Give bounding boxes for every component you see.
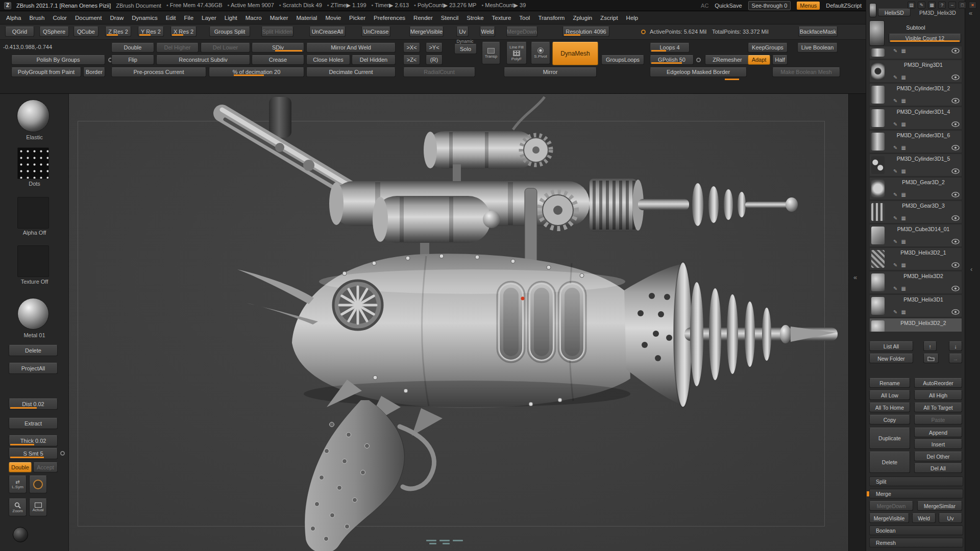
zremesher-button[interactable]: ZRemesher [705, 55, 750, 65]
loops-slider[interactable]: Loops 4 [650, 43, 690, 53]
brush-thumbnail[interactable] [17, 99, 50, 132]
z-res-slider[interactable]: Z Res 2 [105, 27, 131, 37]
del-hidden-button[interactable]: Del Hidden [352, 55, 396, 65]
local-symmetry-button[interactable]: ⇄ L.Sym [9, 475, 27, 493]
eye-icon[interactable] [951, 286, 960, 291]
menu-item[interactable]: Preferences [370, 15, 409, 21]
subtool-item[interactable]: PM3D_Cylinder3D1_2 ✎ ▦ [869, 83, 962, 106]
subtool-thumbnail[interactable] [871, 320, 885, 332]
eye-icon[interactable] [951, 121, 960, 127]
subtool-item[interactable]: PM3D_Helix3D2_2 ✎ ▦ [869, 318, 962, 332]
visible-count-slider[interactable]: Visible Count 12 [889, 34, 961, 43]
menu-item[interactable]: Texture [488, 15, 516, 21]
resolution-radio[interactable] [641, 30, 646, 34]
menu-item[interactable]: Document [71, 15, 106, 21]
zoom-button[interactable]: Zoom [9, 498, 27, 516]
thick-slider[interactable]: Thick 0.02 [9, 435, 58, 446]
keep-groups-button[interactable]: KeepGroups [748, 43, 788, 53]
subtool-thumbnail[interactable] [871, 48, 885, 57]
stroke-thumbnail[interactable] [17, 147, 49, 179]
preprocess-current-button[interactable]: Pre-process Current [111, 67, 206, 77]
canvas-scroll-handle[interactable] [439, 540, 450, 541]
subtool-thumbnail[interactable] [871, 133, 885, 151]
subtool-item[interactable]: PM3D_Cylinder3D1_6 ✎ ▦ [869, 130, 962, 153]
uncrease-button[interactable]: UnCrease [361, 27, 390, 37]
uv-button[interactable]: Uv [456, 27, 469, 37]
eye-icon[interactable] [951, 262, 960, 268]
remesh-section[interactable]: Remesh [869, 538, 963, 547]
project-all-button[interactable]: ProjectAll [9, 363, 58, 374]
double-button[interactable]: Double [111, 43, 154, 53]
subtool-thumbnail[interactable] [871, 227, 885, 244]
polypaint-icon[interactable]: ✎ [893, 192, 897, 197]
groups-split-button[interactable]: Groups Split [209, 27, 250, 37]
quicksave-button[interactable]: QuickSave [715, 3, 742, 9]
crease-button[interactable]: Crease [252, 55, 304, 65]
groups-loops-button[interactable]: GroupsLoops [601, 55, 644, 65]
uv-icon[interactable]: ▦ [901, 262, 905, 268]
menu-item[interactable]: Draw [106, 15, 128, 21]
uv-icon[interactable]: ▦ [901, 98, 905, 104]
polypaint-icon[interactable]: ✎ [893, 309, 897, 315]
move-down-button[interactable]: ↓ [949, 341, 962, 351]
panel-scroll-arrow[interactable]: ‹ [970, 265, 972, 273]
dist-slider[interactable]: Dist 0.02 [9, 398, 58, 410]
menu-item[interactable]: Dynamics [128, 15, 161, 21]
menu-item[interactable]: Help [622, 15, 643, 21]
merge-similar-button[interactable]: MergeSimilar [917, 501, 962, 511]
minimize-button[interactable]: – [948, 2, 956, 9]
subtool-item[interactable]: PM3D_Cube3D14_01 ✎ ▦ [869, 224, 962, 247]
menus-toggle[interactable]: Menus [797, 2, 820, 10]
mirror-and-weld-button[interactable]: Mirror And Weld [306, 43, 396, 53]
gpolish-radio[interactable] [696, 58, 701, 62]
qcube-button[interactable]: QCube [74, 27, 99, 37]
eye-icon[interactable] [951, 98, 960, 104]
linefill-button[interactable]: Line Fill PolyF [506, 42, 527, 64]
split-section[interactable]: Split [869, 477, 963, 486]
gpolish-slider[interactable]: GPolish 50 [650, 55, 694, 65]
subtool-thumbnail[interactable] [871, 273, 885, 291]
folder-icon-button[interactable] [923, 354, 939, 363]
solo-button[interactable]: Solo [454, 44, 477, 54]
close-holes-button[interactable]: Close Holes [306, 55, 350, 65]
canvas-scroll-handle[interactable] [426, 540, 436, 541]
maximize-button[interactable]: □ [959, 2, 966, 9]
del-lower-button[interactable]: Del Lower [201, 43, 250, 53]
subtool-thumbnail[interactable] [871, 156, 885, 174]
menu-item[interactable]: File [180, 15, 198, 21]
auto-reorder-button[interactable]: AutoReorder [914, 378, 962, 388]
see-through-slider[interactable]: See-through 0 [748, 1, 791, 10]
uv-icon[interactable]: ▦ [901, 48, 905, 54]
mirror-y-button[interactable]: >Y< [426, 43, 443, 53]
mirror-z-button[interactable]: >Z< [403, 55, 420, 65]
eye-icon[interactable] [951, 239, 960, 244]
raygun-model[interactable] [69, 94, 848, 551]
adapt-button[interactable]: Adapt [748, 55, 770, 65]
document-canvas[interactable] [69, 94, 848, 551]
x-res-slider[interactable]: X Res 2 [170, 27, 197, 37]
all-high-button[interactable]: All High [914, 390, 962, 400]
all-to-target-button[interactable]: All To Target [914, 403, 962, 412]
live-boolean-button[interactable]: Live Boolean [797, 43, 838, 53]
half-button[interactable]: Half [772, 55, 788, 65]
zbrush-sphere-icon[interactable] [13, 527, 28, 542]
rename-button[interactable]: Rename [869, 378, 910, 388]
menu-item[interactable]: Marker [266, 15, 292, 21]
menu-item[interactable]: Brush [25, 15, 48, 21]
tray-collapse-arrow[interactable]: « [853, 273, 857, 281]
backface-mask-button[interactable]: BackfaceMask [798, 27, 838, 37]
move-up-button[interactable]: ↑ [923, 341, 937, 351]
polypaint-icon[interactable]: ✎ [893, 98, 897, 104]
subtool-item[interactable]: PM3D_Cylinder3D1_5 ✎ ▦ [869, 154, 962, 177]
menu-item[interactable]: Zscript [596, 15, 622, 21]
merge-visible-subtool-button[interactable]: MergeVisible [869, 513, 909, 523]
menu-item[interactable]: Stroke [462, 15, 487, 21]
uv-icon[interactable]: ▦ [901, 121, 905, 127]
menu-item[interactable]: Color [48, 15, 70, 21]
pivot-circle-button[interactable] [29, 475, 47, 493]
mirror-x-button[interactable]: >X< [403, 43, 420, 53]
eye-icon[interactable] [951, 215, 960, 221]
subtool-item[interactable]: PM3D_Gear3D_2 ✎ ▦ [869, 177, 962, 200]
material-thumbnail[interactable] [17, 298, 49, 330]
decimation-slider[interactable]: % of decimation 20 [209, 67, 304, 77]
